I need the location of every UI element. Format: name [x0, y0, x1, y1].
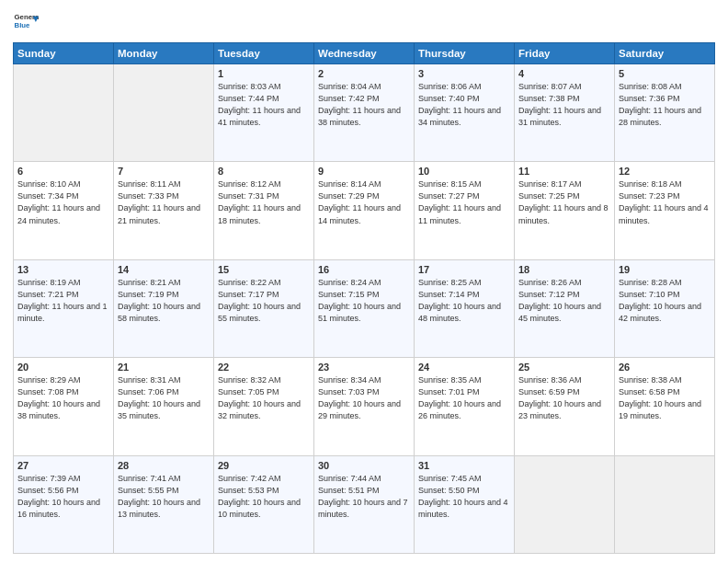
- day-info: Sunrise: 8:17 AM Sunset: 7:25 PM Dayligh…: [518, 178, 610, 226]
- weekday-tuesday: Tuesday: [214, 43, 314, 64]
- day-cell: 23Sunrise: 8:34 AM Sunset: 7:03 PM Dayli…: [314, 358, 415, 455]
- day-number: 1: [218, 68, 310, 79]
- day-number: 21: [118, 362, 210, 373]
- day-cell: 12Sunrise: 8:18 AM Sunset: 7:23 PM Dayli…: [615, 162, 715, 259]
- day-info: Sunrise: 8:24 AM Sunset: 7:15 PM Dayligh…: [318, 277, 410, 325]
- day-cell: 24Sunrise: 8:35 AM Sunset: 7:01 PM Dayli…: [415, 358, 515, 455]
- day-cell: 15Sunrise: 8:22 AM Sunset: 7:17 PM Dayli…: [214, 259, 314, 357]
- day-cell: 19Sunrise: 8:28 AM Sunset: 7:10 PM Dayli…: [615, 259, 715, 357]
- day-info: Sunrise: 8:26 AM Sunset: 7:12 PM Dayligh…: [518, 277, 610, 325]
- week-row-4: 20Sunrise: 8:29 AM Sunset: 7:08 PM Dayli…: [14, 358, 715, 455]
- weekday-thursday: Thursday: [415, 43, 515, 64]
- header: General Blue: [13, 9, 715, 35]
- day-info: Sunrise: 8:04 AM Sunset: 7:42 PM Dayligh…: [318, 81, 410, 129]
- week-row-5: 27Sunrise: 7:39 AM Sunset: 5:56 PM Dayli…: [14, 455, 715, 553]
- day-cell: 26Sunrise: 8:38 AM Sunset: 6:58 PM Dayli…: [615, 358, 715, 455]
- day-number: 22: [218, 362, 310, 373]
- day-number: 25: [518, 362, 610, 373]
- day-number: 4: [518, 68, 610, 79]
- weekday-header-row: SundayMondayTuesdayWednesdayThursdayFrid…: [14, 43, 715, 64]
- day-cell: 3Sunrise: 8:06 AM Sunset: 7:40 PM Daylig…: [415, 64, 515, 162]
- day-cell: 29Sunrise: 7:42 AM Sunset: 5:53 PM Dayli…: [214, 455, 314, 553]
- day-info: Sunrise: 7:44 AM Sunset: 5:51 PM Dayligh…: [318, 473, 410, 521]
- day-cell: 27Sunrise: 7:39 AM Sunset: 5:56 PM Dayli…: [14, 455, 114, 553]
- day-number: 10: [418, 166, 510, 177]
- day-cell: 14Sunrise: 8:21 AM Sunset: 7:19 PM Dayli…: [114, 259, 214, 357]
- day-cell: 18Sunrise: 8:26 AM Sunset: 7:12 PM Dayli…: [515, 259, 615, 357]
- day-cell: 25Sunrise: 8:36 AM Sunset: 6:59 PM Dayli…: [515, 358, 615, 455]
- day-info: Sunrise: 8:34 AM Sunset: 7:03 PM Dayligh…: [318, 374, 410, 422]
- day-cell: 9Sunrise: 8:14 AM Sunset: 7:29 PM Daylig…: [314, 162, 415, 259]
- day-cell: 6Sunrise: 8:10 AM Sunset: 7:34 PM Daylig…: [14, 162, 114, 259]
- day-info: Sunrise: 8:10 AM Sunset: 7:34 PM Dayligh…: [17, 178, 109, 226]
- day-info: Sunrise: 8:38 AM Sunset: 6:58 PM Dayligh…: [619, 374, 711, 422]
- day-cell: [114, 64, 214, 162]
- day-number: 6: [17, 166, 109, 177]
- day-info: Sunrise: 8:14 AM Sunset: 7:29 PM Dayligh…: [318, 178, 410, 226]
- weekday-monday: Monday: [114, 43, 214, 64]
- day-number: 15: [218, 264, 310, 275]
- day-number: 30: [318, 460, 410, 471]
- weekday-wednesday: Wednesday: [314, 43, 415, 64]
- calendar-table: SundayMondayTuesdayWednesdayThursdayFrid…: [13, 42, 715, 554]
- week-row-3: 13Sunrise: 8:19 AM Sunset: 7:21 PM Dayli…: [14, 259, 715, 357]
- weekday-sunday: Sunday: [14, 43, 114, 64]
- day-info: Sunrise: 7:42 AM Sunset: 5:53 PM Dayligh…: [218, 473, 310, 521]
- day-cell: 20Sunrise: 8:29 AM Sunset: 7:08 PM Dayli…: [14, 358, 114, 455]
- day-info: Sunrise: 8:07 AM Sunset: 7:38 PM Dayligh…: [518, 81, 610, 129]
- week-row-1: 1Sunrise: 8:03 AM Sunset: 7:44 PM Daylig…: [14, 64, 715, 162]
- day-info: Sunrise: 7:39 AM Sunset: 5:56 PM Dayligh…: [17, 473, 109, 521]
- day-info: Sunrise: 8:36 AM Sunset: 6:59 PM Dayligh…: [518, 374, 610, 422]
- day-number: 3: [418, 68, 510, 79]
- day-info: Sunrise: 8:12 AM Sunset: 7:31 PM Dayligh…: [218, 178, 310, 226]
- day-number: 27: [17, 460, 109, 471]
- day-cell: [515, 455, 615, 553]
- logo-icon: General Blue: [13, 9, 39, 35]
- day-info: Sunrise: 8:08 AM Sunset: 7:36 PM Dayligh…: [619, 81, 711, 129]
- day-cell: 28Sunrise: 7:41 AM Sunset: 5:55 PM Dayli…: [114, 455, 214, 553]
- day-info: Sunrise: 8:25 AM Sunset: 7:14 PM Dayligh…: [418, 277, 510, 325]
- day-number: 26: [619, 362, 711, 373]
- day-info: Sunrise: 8:22 AM Sunset: 7:17 PM Dayligh…: [218, 277, 310, 325]
- day-number: 8: [218, 166, 310, 177]
- day-cell: 21Sunrise: 8:31 AM Sunset: 7:06 PM Dayli…: [114, 358, 214, 455]
- day-cell: 30Sunrise: 7:44 AM Sunset: 5:51 PM Dayli…: [314, 455, 415, 553]
- day-number: 13: [17, 264, 109, 275]
- day-cell: 7Sunrise: 8:11 AM Sunset: 7:33 PM Daylig…: [114, 162, 214, 259]
- day-cell: 4Sunrise: 8:07 AM Sunset: 7:38 PM Daylig…: [515, 64, 615, 162]
- page: General Blue SundayMondayTuesdayWednesda…: [0, 0, 728, 563]
- day-cell: 11Sunrise: 8:17 AM Sunset: 7:25 PM Dayli…: [515, 162, 615, 259]
- day-cell: 16Sunrise: 8:24 AM Sunset: 7:15 PM Dayli…: [314, 259, 415, 357]
- weekday-saturday: Saturday: [615, 43, 715, 64]
- day-cell: 17Sunrise: 8:25 AM Sunset: 7:14 PM Dayli…: [415, 259, 515, 357]
- day-number: 11: [518, 166, 610, 177]
- day-info: Sunrise: 8:28 AM Sunset: 7:10 PM Dayligh…: [619, 277, 711, 325]
- day-number: 23: [318, 362, 410, 373]
- day-number: 17: [418, 264, 510, 275]
- day-number: 29: [218, 460, 310, 471]
- day-info: Sunrise: 8:19 AM Sunset: 7:21 PM Dayligh…: [17, 277, 109, 325]
- day-number: 12: [619, 166, 711, 177]
- day-number: 19: [619, 264, 711, 275]
- day-number: 16: [318, 264, 410, 275]
- svg-text:Blue: Blue: [15, 21, 31, 29]
- day-cell: [615, 455, 715, 553]
- day-number: 5: [619, 68, 711, 79]
- day-info: Sunrise: 8:32 AM Sunset: 7:05 PM Dayligh…: [218, 374, 310, 422]
- day-number: 20: [17, 362, 109, 373]
- day-info: Sunrise: 8:15 AM Sunset: 7:27 PM Dayligh…: [418, 178, 510, 226]
- day-cell: 10Sunrise: 8:15 AM Sunset: 7:27 PM Dayli…: [415, 162, 515, 259]
- day-number: 28: [118, 460, 210, 471]
- week-row-2: 6Sunrise: 8:10 AM Sunset: 7:34 PM Daylig…: [14, 162, 715, 259]
- day-number: 18: [518, 264, 610, 275]
- day-number: 31: [418, 460, 510, 471]
- logo: General Blue: [13, 9, 39, 35]
- day-info: Sunrise: 8:35 AM Sunset: 7:01 PM Dayligh…: [418, 374, 510, 422]
- day-info: Sunrise: 8:03 AM Sunset: 7:44 PM Dayligh…: [218, 81, 310, 129]
- day-number: 24: [418, 362, 510, 373]
- day-info: Sunrise: 7:41 AM Sunset: 5:55 PM Dayligh…: [118, 473, 210, 521]
- day-info: Sunrise: 8:21 AM Sunset: 7:19 PM Dayligh…: [118, 277, 210, 325]
- day-number: 14: [118, 264, 210, 275]
- weekday-friday: Friday: [515, 43, 615, 64]
- day-number: 2: [318, 68, 410, 79]
